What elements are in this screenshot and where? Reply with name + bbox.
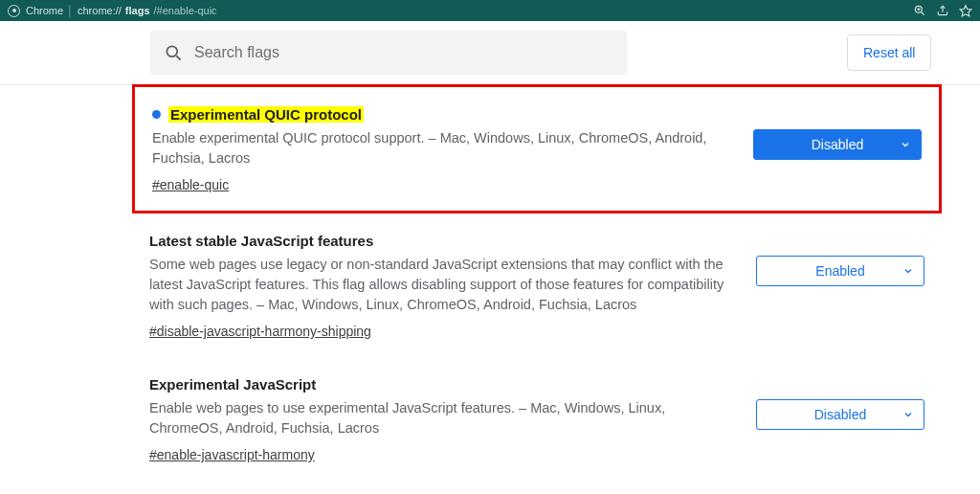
flag-anchor-link[interactable]: #disable-javascript-harmony-shipping	[149, 324, 371, 339]
flag-select-value: Disabled	[812, 137, 863, 152]
flag-select[interactable]: Disabled	[753, 129, 922, 160]
svg-line-1	[922, 12, 924, 15]
flag-anchor-link[interactable]: #enable-quic	[152, 177, 229, 192]
search-icon	[164, 43, 183, 62]
url-rest: /#enable-quic	[154, 5, 217, 16]
flag-description: Enable web pages to use experimental Jav…	[149, 398, 727, 438]
url-bold: flags	[125, 5, 150, 16]
flag-title: Experimental QUIC protocol	[168, 106, 364, 123]
svg-point-5	[167, 46, 177, 56]
search-box[interactable]	[150, 31, 627, 75]
chevron-down-icon	[900, 139, 911, 150]
url-host: chrome://	[78, 5, 122, 16]
title-separator: │	[67, 5, 74, 16]
flag-select[interactable]: Disabled	[756, 399, 924, 430]
flag-select-value: Enabled	[815, 263, 864, 279]
flag-title: Latest stable JavaScript features	[149, 233, 373, 249]
flag-select[interactable]: Enabled	[756, 256, 924, 286]
share-icon[interactable]	[936, 4, 949, 17]
chrome-logo-icon	[8, 5, 20, 17]
svg-line-6	[176, 56, 180, 59]
chevron-down-icon	[902, 265, 914, 277]
flag-card: Experimental JavaScriptEnable web pages …	[132, 357, 942, 481]
star-icon[interactable]	[959, 4, 972, 17]
flag-anchor-link[interactable]: #enable-javascript-harmony	[149, 447, 315, 462]
flag-card: Experimental QUIC protocolEnable experim…	[132, 84, 942, 213]
window-title-bar: Chrome │ chrome://flags/#enable-quic	[0, 0, 980, 21]
app-name: Chrome	[26, 5, 63, 16]
flag-select-value: Disabled	[814, 407, 866, 422]
chevron-down-icon	[902, 409, 914, 420]
changed-dot-icon	[152, 110, 161, 119]
flag-card: Latest stable JavaScript featuresSome we…	[132, 213, 942, 357]
zoom-icon[interactable]	[913, 4, 926, 17]
svg-marker-4	[960, 6, 971, 16]
flag-description: Enable experimental QUIC protocol suppor…	[152, 128, 724, 168]
flag-title: Experimental JavaScript	[149, 376, 316, 393]
flag-description: Some web pages use legacy or non-standar…	[149, 255, 727, 315]
reset-all-button[interactable]: Reset all	[847, 34, 931, 71]
search-input[interactable]	[194, 44, 613, 61]
